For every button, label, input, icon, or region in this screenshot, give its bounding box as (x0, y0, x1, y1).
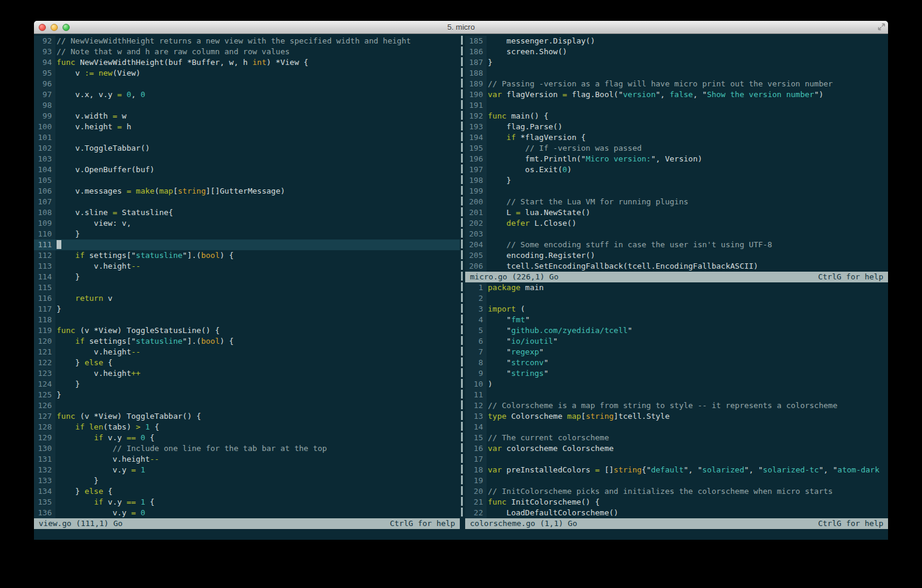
code-line[interactable]: 197 os.Exit(0) (465, 164, 888, 175)
code-line[interactable]: 101 (34, 132, 460, 143)
code-line[interactable]: 115 (34, 282, 460, 293)
code-line[interactable]: 98 (34, 100, 460, 111)
editor-pane-micro-go[interactable]: 185 messenger.Display()186 screen.Show()… (465, 36, 888, 272)
code-line[interactable]: 186 screen.Show() (465, 46, 888, 57)
code-line[interactable]: 106 v.messages = make(map[string][]Gutte… (34, 186, 460, 197)
code-line[interactable]: 131 v.height-- (34, 454, 460, 465)
code-line[interactable]: 16var colorscheme Colorscheme (465, 443, 888, 454)
code-line[interactable]: 102 v.ToggleTabbar() (34, 143, 460, 154)
code-line[interactable]: 108 v.sline = Statusline{ (34, 207, 460, 218)
editor-pane-view-go[interactable]: 92// NewViewWidthHeight returns a new vi… (34, 36, 460, 518)
code-line[interactable]: 130 // Include one line for the tab bar … (34, 443, 460, 454)
code-line[interactable]: 4 "fmt" (465, 315, 888, 325)
code-line[interactable]: 120 if settings["statusline"].(bool) { (34, 336, 460, 347)
code-line[interactable]: 99 v.width = w (34, 111, 460, 122)
code-line[interactable]: 134 } else { (34, 486, 460, 497)
code-line[interactable]: 5 "github.com/zyedidia/tcell" (465, 325, 888, 336)
code-line[interactable]: 3import ( (465, 304, 888, 315)
code-line[interactable]: 185 messenger.Display() (465, 36, 888, 46)
code-line[interactable]: 191 (465, 100, 888, 111)
code-line[interactable]: 195 // If -version was passed (465, 143, 888, 154)
command-line[interactable] (34, 529, 888, 540)
code-line[interactable]: 126 (34, 400, 460, 411)
code-line[interactable]: 189// Passing -version as a flag will ha… (465, 79, 888, 89)
code-line[interactable]: 198 } (465, 175, 888, 186)
code-line[interactable]: 206 tcell.SetEncodingFallback(tcell.Enco… (465, 261, 888, 272)
code-line[interactable]: 119func (v *View) ToggleStatusLine() { (34, 325, 460, 336)
code-line[interactable]: 205 encoding.Register() (465, 250, 888, 261)
code-line[interactable]: 200 // Start the Lua VM for running plug… (465, 197, 888, 207)
code-text: import ( (487, 304, 888, 315)
code-line[interactable]: 104 v.OpenBuffer(buf) (34, 164, 460, 175)
code-line[interactable]: 94func NewViewWidthHeight(buf *Buffer, w… (34, 57, 460, 68)
code-line[interactable]: 96 (34, 79, 460, 89)
code-line[interactable]: 132 v.y = 1 (34, 465, 460, 475)
code-line[interactable]: 103 (34, 154, 460, 164)
code-line[interactable]: 187} (465, 57, 888, 68)
code-line[interactable]: 13type Colorscheme map[string]tcell.Styl… (465, 411, 888, 422)
code-line[interactable]: 92// NewViewWidthHeight returns a new vi… (34, 36, 460, 46)
code-line[interactable]: 114 } (34, 272, 460, 282)
code-line[interactable]: 17 (465, 454, 888, 465)
code-line[interactable]: 194 if *flagVersion { (465, 132, 888, 143)
code-line[interactable]: 201 L = lua.NewState() (465, 207, 888, 218)
code-line[interactable]: 133 } (34, 475, 460, 486)
code-line[interactable]: 22 LoadDefaultColorscheme() (465, 508, 888, 518)
code-line[interactable]: 188 (465, 68, 888, 79)
code-line[interactable]: 110 } (34, 229, 460, 239)
code-line[interactable]: 95 v := new(View) (34, 68, 460, 79)
code-line[interactable]: 8 "strconv" (465, 357, 888, 368)
code-line[interactable]: 124 } (34, 379, 460, 390)
code-line[interactable]: 93// Note that w and h are raw column an… (34, 46, 460, 57)
editor-pane-colorscheme-go[interactable]: 1package main23import (4 "fmt"5 "github.… (465, 282, 888, 518)
code-line[interactable]: 2 (465, 293, 888, 304)
code-line[interactable]: 117} (34, 304, 460, 315)
code-line[interactable]: 12// Colorscheme is a map from string to… (465, 400, 888, 411)
code-line[interactable]: 11 (465, 390, 888, 400)
code-line[interactable]: 128 if len(tabs) > 1 { (34, 422, 460, 433)
code-line[interactable]: 204 // Some encoding stuff in case the u… (465, 239, 888, 250)
code-line[interactable]: 18var preInstalledColors = []string{"def… (465, 465, 888, 475)
title-bar[interactable]: 5. micro (34, 21, 888, 34)
code-line[interactable]: 193 flag.Parse() (465, 122, 888, 132)
code-line[interactable]: 100 v.height = h (34, 122, 460, 132)
code-line[interactable]: 19 (465, 475, 888, 486)
code-line[interactable]: 107 (34, 197, 460, 207)
line-number: 201 (465, 207, 487, 218)
code-line[interactable]: 118 (34, 315, 460, 325)
code-line[interactable]: 1package main (465, 282, 888, 293)
code-line[interactable]: 111 (34, 239, 460, 250)
code-line[interactable]: 125} (34, 390, 460, 400)
code-line[interactable]: 109 view: v, (34, 218, 460, 229)
code-line[interactable]: 6 "io/ioutil" (465, 336, 888, 347)
code-text: if len(tabs) > 1 { (55, 422, 460, 433)
code-line[interactable]: 113 v.height-- (34, 261, 460, 272)
code-line[interactable]: 123 v.height++ (34, 368, 460, 379)
code-line[interactable]: 116 return v (34, 293, 460, 304)
code-line[interactable]: 20// InitColorscheme picks and initializ… (465, 486, 888, 497)
code-line[interactable]: 196 fmt.Println("Micro version:", Versio… (465, 154, 888, 164)
code-line[interactable]: 199 (465, 186, 888, 197)
code-line[interactable]: 105 (34, 175, 460, 186)
code-line[interactable]: 192func main() { (465, 111, 888, 122)
code-line[interactable]: 21func InitColorscheme() { (465, 497, 888, 508)
code-line[interactable]: 15// The current colorscheme (465, 433, 888, 443)
code-line[interactable]: 9 "strings" (465, 368, 888, 379)
code-line[interactable]: 136 v.y = 0 (34, 508, 460, 518)
code-line[interactable]: 122 } else { (34, 357, 460, 368)
fullscreen-icon[interactable] (877, 22, 886, 32)
code-line[interactable]: 7 "regexp" (465, 347, 888, 357)
code-line[interactable]: 97 v.x, v.y = 0, 0 (34, 89, 460, 100)
code-line[interactable]: 135 if v.y == 1 { (34, 497, 460, 508)
code-line[interactable]: 190var flagVersion = flag.Bool("version"… (465, 89, 888, 100)
code-line[interactable]: 127func (v *View) ToggleTabbar() { (34, 411, 460, 422)
code-line[interactable]: 14 (465, 422, 888, 433)
code-line[interactable]: 129 if v.y == 0 { (34, 433, 460, 443)
code-line[interactable]: 203 (465, 229, 888, 239)
code-text: func main() { (487, 111, 888, 122)
code-line[interactable]: 112 if settings["statusline"].(bool) { (34, 250, 460, 261)
code-line[interactable]: 10) (465, 379, 888, 390)
code-line[interactable]: 121 v.height-- (34, 347, 460, 357)
line-number: 194 (465, 132, 487, 143)
code-line[interactable]: 202 defer L.Close() (465, 218, 888, 229)
